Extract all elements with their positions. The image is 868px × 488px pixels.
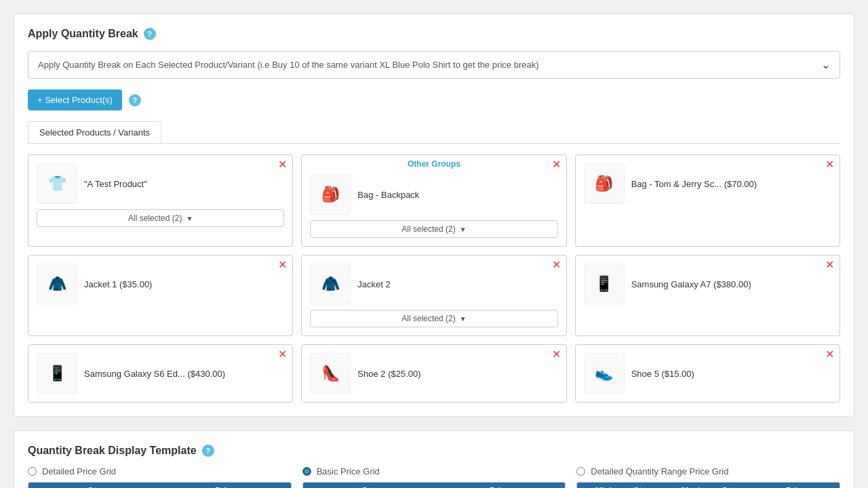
product-image-samsung-galaxy-s6: 📱 [37,353,77,394]
remove-button-shoe-5[interactable]: ✕ [825,349,834,360]
template-radio-detailed-range[interactable] [576,467,585,476]
price-table-header-detailed-range: Minimum QtyMaximum QtyPrice [577,483,840,488]
product-name-jacket-2: Jacket 2 [357,279,557,289]
chevron-down-icon: ▼ [460,315,467,323]
template-label-detailed-range[interactable]: Detailed Quantity Range Price Grid [576,466,840,476]
template-label-detailed[interactable]: Detailed Price Grid [28,466,292,476]
product-card-samsung-galaxy-s6: ✕📱Samsung Galaxy S6 Ed... ($430.00) [28,344,293,403]
product-name-bag-backpack: Bag - Backpack [357,190,557,200]
product-row-bag-backpack: 🎒Bag - Backpack [310,174,557,215]
remove-button-bag-backpack[interactable]: ✕ [552,159,561,170]
product-row-samsung-galaxy-a7: 📱Samsung Galaxy A7 ($380.00) [584,264,831,304]
help-icon-qty[interactable]: ? [144,28,156,40]
qty-break-dropdown[interactable]: Apply Quantity Break on Each Selected Pr… [28,51,840,79]
product-row-samsung-galaxy-s6: 📱Samsung Galaxy S6 Ed... ($430.00) [37,353,284,394]
title-text: Apply Quantity Break [28,28,138,40]
price-table-col-qty: Qty [28,483,159,488]
product-image-jacket-2: 🧥 [310,264,351,304]
product-row-a-test-product: 👕"A Test Product" [37,163,284,204]
product-row-jacket-2: 🧥Jacket 2 [310,264,557,304]
variant-dropdown-jacket-2[interactable]: All selected (2)▼ [310,310,557,327]
product-image-a-test-product: 👕 [37,163,77,204]
product-card-samsung-galaxy-a7: ✕📱Samsung Galaxy A7 ($380.00) [575,255,840,336]
remove-button-jacket-1[interactable]: ✕ [278,260,287,270]
product-image-shoe-5: 👟 [584,353,625,394]
price-table-col-minimum-qty: Minimum Qty [577,483,665,488]
product-name-a-test-product: "A Test Product" [84,179,284,189]
price-table-col-price: Price [752,483,840,488]
product-row-shoe-2: 👠Shoe 2 ($25.00) [310,353,557,394]
price-table-detailed-range: Minimum QtyMaximum QtyPrice [576,482,840,488]
product-image-jacket-1: 🧥 [37,264,77,304]
price-table-basic: QtyPrice [302,482,566,488]
product-card-bag-backpack: ✕Other Groups🎒Bag - BackpackAll selected… [301,155,566,247]
product-row-bag-tom-jerry: 🎒Bag - Tom & Jerry Sc... ($70.00) [584,163,831,204]
price-table-col-price: Price [159,483,290,488]
chevron-down-icon: ▼ [186,215,193,222]
product-image-bag-backpack: 🎒 [310,174,351,215]
product-name-bag-tom-jerry: Bag - Tom & Jerry Sc... ($70.00) [631,179,831,189]
display-template-card: Quantity Break Display Template ? Detail… [14,430,854,488]
remove-button-a-test-product[interactable]: ✕ [278,159,287,170]
variant-dropdown-bag-backpack[interactable]: All selected (2)▼ [310,220,557,238]
product-name-shoe-5: Shoe 5 ($15.00) [631,369,831,379]
product-row-jacket-1: 🧥Jacket 1 ($35.00) [37,264,284,304]
template-options: Detailed Price GridQtyPriceBasic Price G… [28,466,840,488]
price-table-col-maximum-qty: Maximum Qty [665,483,752,488]
remove-button-bag-tom-jerry[interactable]: ✕ [825,159,834,170]
price-table-col-qty: Qty [303,483,434,488]
price-table-header-basic: QtyPrice [303,483,566,488]
dropdown-value-text: Apply Quantity Break on Each Selected Pr… [38,60,539,70]
variant-label: All selected (2) [401,224,455,234]
product-card-shoe-5: ✕👟Shoe 5 ($15.00) [575,344,840,403]
product-image-shoe-2: 👠 [310,353,351,394]
product-image-bag-tom-jerry: 🎒 [584,163,625,204]
product-image-samsung-galaxy-a7: 📱 [584,264,625,304]
select-products-button[interactable]: + Select Product(s) [28,89,122,110]
product-card-shoe-2: ✕👠Shoe 2 ($25.00) [301,344,566,403]
other-groups-label: Other Groups [408,159,460,169]
help-icon-template[interactable]: ? [202,445,214,457]
template-label-basic[interactable]: Basic Price Grid [302,466,566,476]
chevron-down-icon: ⌄ [821,58,830,71]
product-card-bag-tom-jerry: ✕🎒Bag - Tom & Jerry Sc... ($70.00) [575,155,840,247]
template-option-detailed: Detailed Price GridQtyPrice [28,466,292,488]
remove-button-jacket-2[interactable]: ✕ [552,260,561,270]
product-card-jacket-1: ✕🧥Jacket 1 ($35.00) [28,255,293,336]
help-icon-select[interactable]: ? [129,94,141,106]
product-name-samsung-galaxy-s6: Samsung Galaxy S6 Ed... ($430.00) [84,369,284,379]
price-table-col-price: Price [434,483,565,488]
display-template-title: Quantity Break Display Template ? [28,445,840,457]
variant-label: All selected (2) [401,314,455,323]
variant-dropdown-a-test-product[interactable]: All selected (2)▼ [37,209,284,227]
template-radio-basic[interactable] [302,467,311,476]
chevron-down-icon: ▼ [460,226,467,233]
remove-button-shoe-2[interactable]: ✕ [552,349,561,360]
tab-selected-products[interactable]: Selected Products / Variants [28,121,161,143]
toolbar: + Select Product(s) ? [28,89,840,110]
tab-label: Selected Products / Variants [39,127,150,138]
product-name-jacket-1: Jacket 1 ($35.00) [84,279,284,289]
page-wrapper: Apply Quantity Break ? Apply Quantity Br… [0,0,868,488]
template-option-basic: Basic Price GridQtyPrice [302,466,566,488]
template-radio-detailed[interactable] [28,467,37,476]
product-row-shoe-5: 👟Shoe 5 ($15.00) [584,353,831,394]
product-card-a-test-product: ✕👕"A Test Product"All selected (2)▼ [28,155,293,247]
select-btn-label: + Select Product(s) [37,95,113,105]
apply-qty-break-title: Apply Quantity Break ? [28,28,840,40]
template-option-detailed-range: Detailed Quantity Range Price GridMinimu… [576,466,840,488]
tab-bar: Selected Products / Variants [28,121,840,144]
product-name-samsung-galaxy-a7: Samsung Galaxy A7 ($380.00) [631,279,831,289]
apply-qty-break-card: Apply Quantity Break ? Apply Quantity Br… [14,14,854,417]
products-grid: ✕👕"A Test Product"All selected (2)▼✕Othe… [28,155,840,403]
product-name-shoe-2: Shoe 2 ($25.00) [357,369,557,379]
remove-button-samsung-galaxy-a7[interactable]: ✕ [825,260,834,270]
price-table-header-detailed: QtyPrice [28,483,291,488]
product-card-jacket-2: ✕🧥Jacket 2All selected (2)▼ [301,255,566,336]
remove-button-samsung-galaxy-s6[interactable]: ✕ [278,349,287,360]
price-table-detailed: QtyPrice [28,482,292,488]
variant-label: All selected (2) [128,214,182,223]
display-template-title-text: Quantity Break Display Template [28,445,197,457]
